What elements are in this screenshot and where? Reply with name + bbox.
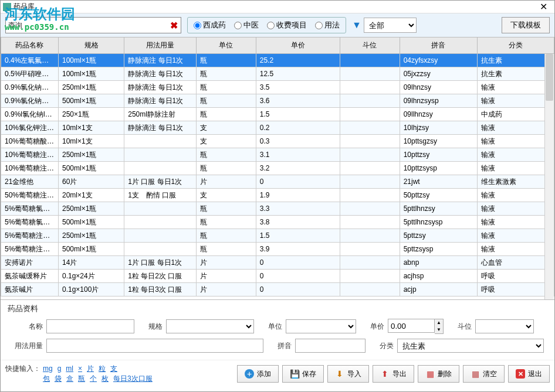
name-input[interactable]: [46, 319, 134, 333]
drug-table: 药品名称规格用法用量单位单价斗位拼音分类 0.4%左氧氟沙星…100ml×1瓶静…: [1, 37, 554, 296]
column-header[interactable]: 药品名称: [1, 38, 59, 54]
table-row[interactable]: 5%葡萄糖氯化…500ml×1瓶瓶3.85pttlhnzsysp输液: [1, 216, 554, 229]
table-row[interactable]: 安搏诺片14片1片 口服 每日1次片0abnp心血管: [1, 256, 554, 270]
table-row[interactable]: 10%葡萄糖注射…250ml×1瓶瓶3.110pttzsy输液: [1, 148, 554, 162]
table-row[interactable]: 0.9%氯化钠注射…250ml×1瓶静脉滴注 每日1次瓶3.509lhnzsy输…: [1, 81, 554, 94]
table-row[interactable]: 氨茶碱缓释片0.1g×24片1粒 每日2次 口服片0acjhsp呼吸: [1, 270, 554, 283]
table-row[interactable]: 50%葡萄糖注射液20ml×1支1支 酌情 口服支1.950pttzsy输液: [1, 189, 554, 202]
import-button[interactable]: ⬇导入: [327, 365, 369, 383]
table-row[interactable]: 0.9%氯化钠注射…500ml×1瓶静脉滴注 每日1次瓶3.609lhnzsys…: [1, 94, 554, 108]
quick-link[interactable]: 每日3次口服: [113, 374, 153, 383]
toolbar: 查询 ✖ 西成药 中医 收费项目 用法 ▼ 全部 下载模板: [1, 13, 554, 37]
quick-link[interactable]: ml: [66, 364, 73, 373]
floppy-icon: 💾: [290, 369, 299, 379]
search-input[interactable]: [25, 18, 167, 32]
table-row[interactable]: 0.4%左氧氟沙星…100ml×1瓶静脉滴注 每日1次瓶25.204zyfsxz…: [1, 54, 554, 67]
quick-link[interactable]: 瓶: [78, 374, 85, 383]
vertical-scrollbar[interactable]: [544, 54, 554, 299]
export-icon: ⬆: [380, 369, 390, 379]
usage-input[interactable]: [46, 339, 263, 353]
table-row[interactable]: 0.9%l氯化钠l注射液250×1瓶250ml静脉注射瓶1.509llhnzsy…: [1, 108, 554, 121]
quick-link[interactable]: 包: [43, 374, 50, 383]
export-button[interactable]: ⬆导出: [373, 365, 414, 383]
search-box: 查询 ✖: [5, 17, 181, 33]
radio-zhongyi[interactable]: 中医: [234, 20, 259, 30]
quick-link[interactable]: ×: [78, 364, 82, 373]
column-header[interactable]: 单价: [256, 38, 340, 54]
filter-icon: ▼: [352, 20, 361, 30]
table-row[interactable]: 10%氯化钾注射液10ml×1支静脉滴注 每日1次支0.210lhjzsy输液: [1, 121, 554, 135]
quick-link[interactable]: 支: [110, 364, 117, 373]
quick-link[interactable]: 袋: [55, 374, 62, 383]
table-row[interactable]: 氨茶碱片0.1g×100片1粒 每日3次 口服片0acjp呼吸: [1, 283, 554, 296]
spec-select[interactable]: [166, 319, 254, 333]
save-button[interactable]: 💾保存: [282, 365, 324, 383]
column-header[interactable]: 分类: [478, 38, 554, 54]
search-label: 查询: [6, 21, 25, 30]
category-select[interactable]: 抗生素: [397, 339, 544, 353]
price-spinner[interactable]: ▲▼: [388, 319, 444, 334]
detail-title: 药品资料: [8, 304, 547, 314]
radio-shoufei[interactable]: 收费项目: [267, 20, 307, 30]
delete-icon: ▦: [425, 369, 435, 379]
column-header[interactable]: 拼音: [400, 38, 478, 54]
pinyin-input[interactable]: [295, 339, 366, 353]
unit-select[interactable]: [286, 319, 356, 333]
table-row[interactable]: 10%葡萄糖酸钙…10ml×1支支0.310pttsgzsy输液: [1, 135, 554, 148]
quick-link[interactable]: 个: [90, 374, 97, 383]
pos-select[interactable]: [475, 319, 534, 333]
quick-link[interactable]: 盒: [66, 374, 73, 383]
table-row[interactable]: 5%葡萄糖注射液(…500ml×1瓶瓶3.95pttzsysp输液: [1, 243, 554, 256]
table-row[interactable]: 5%葡萄糖注射液250ml×1瓶瓶1.55pttzsy输液: [1, 229, 554, 243]
clear-icon: ▦: [471, 369, 480, 379]
close-button[interactable]: ✕: [534, 1, 552, 12]
clear-button[interactable]: ▦清空: [463, 365, 505, 383]
add-button[interactable]: +添加: [237, 365, 279, 383]
radio-yongfa[interactable]: 用法: [315, 20, 340, 30]
plus-icon: +: [245, 369, 254, 379]
quick-link[interactable]: 枚: [101, 374, 109, 383]
delete-button[interactable]: ▦删除: [418, 365, 459, 383]
download-template-button[interactable]: 下载模板: [502, 17, 550, 33]
table-row[interactable]: 5%葡萄糖氯化钠…250ml×1瓶瓶3.35pttlhnzsy输液: [1, 202, 554, 216]
quick-link[interactable]: mg: [43, 364, 53, 373]
quick-link[interactable]: g: [57, 364, 62, 373]
column-header[interactable]: 规格: [58, 38, 124, 54]
clear-search-icon[interactable]: ✖: [167, 20, 181, 31]
table-row[interactable]: 10%葡萄糖注射…500ml×1瓶瓶3.210pttzsysp输液: [1, 162, 554, 175]
import-icon: ⬇: [335, 369, 344, 379]
table-row[interactable]: 21金维他60片1片 口服 每日1次片021jwt维生素激素: [1, 175, 554, 189]
filter-select[interactable]: 全部: [364, 18, 417, 33]
radio-xichengyao[interactable]: 西成药: [194, 20, 226, 30]
window-title: 药品库: [13, 2, 534, 12]
column-header[interactable]: 斗位: [340, 38, 400, 54]
column-header[interactable]: 单位: [196, 38, 256, 54]
category-radio-group: 西成药 中医 收费项目 用法: [187, 17, 346, 33]
column-header[interactable]: 用法用量: [124, 38, 196, 54]
detail-panel: 药品资料 名称 规格 单位 单价 ▲▼ 斗位 用法用量 拼音 分类抗生素: [1, 299, 554, 360]
quick-link[interactable]: 粒: [99, 364, 106, 373]
exit-icon: ✕: [516, 369, 525, 379]
exit-button[interactable]: ✕退出: [508, 365, 550, 383]
table-row[interactable]: 0.5%甲硝唑注射液100ml×1瓶静脉滴注 每日1次瓶12.505jxzzsy…: [1, 67, 554, 81]
quick-input-panel: 快捷输入：mggml×片粒支 包袋盒瓶个枚每日3次口服: [5, 364, 155, 384]
quick-link[interactable]: 片: [87, 364, 94, 373]
app-icon: [3, 3, 11, 11]
